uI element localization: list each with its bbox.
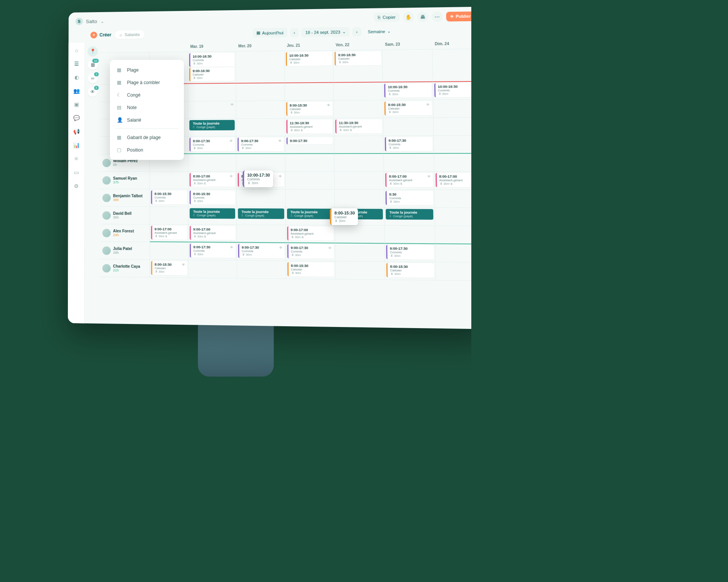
schedule-cell[interactable]: 8:00-17:00Assistant-gérant⏸ 30m $👁 — [434, 172, 471, 190]
schedule-cell[interactable]: 8:00-15:30Caissier⏸ 30m — [385, 262, 436, 280]
shift-card[interactable]: Toute la journée☾ Congé (payé) — [287, 208, 333, 219]
shift-card[interactable]: Toute la journée☾ Congé (payé) — [238, 208, 284, 219]
schedule-cell[interactable]: 8:00-15:30Caissier⏸ 30m👁 — [383, 100, 433, 118]
schedule-cell[interactable] — [335, 189, 384, 208]
schedule-cell[interactable] — [334, 100, 383, 119]
shift-card[interactable]: 10:00-16:30Commis⏸ 30m — [189, 53, 235, 67]
schedule-cell[interactable]: 8:00-17:00Assistant-gérant⏸ 30m $👁 — [188, 172, 237, 189]
schedule-cell[interactable] — [435, 190, 471, 208]
schedule-cell[interactable]: 9:00-17:30Commis⏸ 30m👁 — [237, 243, 286, 261]
shift-card[interactable]: 8:00-15:30Caissier⏸ 30m👁 — [384, 101, 432, 116]
menu-item-3[interactable]: ▤Note — [110, 101, 184, 114]
shift-card[interactable]: Toute la journée☾ Congé (payé) — [190, 208, 235, 219]
schedule-cell[interactable] — [334, 154, 384, 172]
schedule-cell[interactable] — [236, 101, 285, 119]
shift-card[interactable]: 5:30Commis⏸ 30m — [386, 191, 433, 205]
schedule-cell[interactable] — [150, 172, 188, 189]
schedule-cell[interactable]: 9:00-17:30Commis⏸ 30m👁 — [286, 243, 336, 261]
schedule-cell[interactable] — [435, 262, 471, 281]
menu-item-2[interactable]: ☾Congé — [110, 89, 184, 101]
shift-card[interactable]: 11:30-19:30Assistant-gérant⏸ 30m $ — [286, 119, 333, 133]
next-button[interactable]: › — [352, 27, 361, 36]
schedule-cell[interactable]: 10:00-16:30Caissier⏸ 30m — [284, 50, 334, 83]
shift-card[interactable]: Toute la journée☾ Congé (payé) — [386, 209, 433, 219]
nav-people-icon[interactable]: 👥 — [73, 87, 80, 95]
nav-card-icon[interactable]: ▭ — [72, 169, 80, 176]
schedule-cell[interactable] — [335, 225, 385, 244]
schedule-cell[interactable] — [188, 154, 237, 172]
nav-home-icon[interactable]: ⌂ — [73, 47, 80, 54]
schedule-cell[interactable] — [150, 207, 188, 225]
shift-card[interactable]: 8:00-15:30Caissier⏸ 30m — [386, 263, 434, 278]
shift-card[interactable]: 10:00-16:30Commis⏸ 30m — [434, 83, 471, 97]
schedule-cell[interactable] — [237, 154, 286, 172]
schedule-cell[interactable] — [434, 154, 471, 172]
schedule-cell[interactable]: 10:00-16:30Commis⏸ 30m — [433, 82, 471, 100]
shift-card[interactable]: 10:00-16:30Caissier⏸ 30m — [286, 52, 332, 66]
schedule-cell[interactable] — [286, 172, 335, 189]
schedule-cell[interactable] — [285, 154, 334, 172]
schedule-cell[interactable]: 8:00-15:30Commis⏸ 30m — [150, 189, 188, 207]
menu-item-1[interactable]: ▦Plage à combler — [110, 76, 184, 89]
schedule-cell[interactable] — [435, 208, 471, 226]
shift-card[interactable]: 8:00-17:00Assistant-gérant⏸ 30m $👁 — [190, 173, 235, 187]
schedule-cell[interactable] — [435, 226, 471, 244]
shift-card[interactable]: 9:00-17:30Commis⏸ 30m — [386, 245, 434, 259]
filter-clipboard[interactable]: ▦10 — [88, 60, 97, 70]
nav-time-icon[interactable]: ◐ — [73, 74, 80, 81]
schedule-cell[interactable] — [237, 189, 286, 207]
schedule-cell[interactable]: 9:00-17:30Commis⏸ 30m👁 — [188, 136, 236, 154]
shift-card[interactable]: Toute la journée☾ Congé (payé) — [189, 120, 235, 130]
schedule-cell[interactable]: Toute la journée☾ Congé (payé) — [384, 208, 435, 226]
schedule-cell[interactable] — [150, 242, 188, 260]
schedule-cell[interactable]: 9:00-17:30 — [285, 136, 334, 154]
shift-card[interactable]: 9:00-17:30Commis⏸ 30m👁 — [238, 138, 284, 152]
schedule-cell[interactable]: 8:00-17:00Assistant-gérant⏸ 30m $👁 — [384, 172, 435, 190]
nav-settings-icon[interactable]: ⚙ — [72, 182, 80, 190]
schedule-cell[interactable] — [286, 189, 335, 208]
schedule-cell[interactable] — [385, 226, 435, 244]
schedule-cell[interactable]: 10:00-16:30Commis⏸ 30m9:00-16:30Caissier… — [188, 52, 236, 84]
prev-button[interactable]: ‹ — [290, 28, 299, 37]
shift-card[interactable]: 8:00-15:30Caissier⏸ 30m👁 — [286, 102, 332, 116]
publish-button[interactable]: ✈Publier — [446, 11, 471, 22]
schedule-cell[interactable] — [433, 100, 471, 118]
search-input[interactable]: ⌕ Salariés — [115, 30, 144, 39]
schedule-cell[interactable]: 9:00-17:30Commis⏸ 30m👁 — [188, 242, 237, 261]
schedule-cell[interactable]: Toute la journée☾ Congé (payé) — [286, 207, 335, 225]
schedule-cell[interactable]: 9:00-17:30Commis⏸ 30m — [385, 244, 435, 262]
schedule-cell[interactable]: 9:00-17:30Commis⏸ 30m👁 — [237, 136, 286, 154]
schedule-cell[interactable] — [188, 84, 236, 102]
schedule-cell[interactable]: 5:30Commis⏸ 30m — [384, 190, 435, 208]
menu-item2-1[interactable]: ▢Position — [110, 144, 184, 156]
nav-announce-icon[interactable]: 📢 — [73, 128, 80, 135]
schedule-cell[interactable] — [237, 225, 286, 243]
shift-card[interactable]: 9:00-17:00Assistant-gérant⏸ 30m $ — [287, 226, 334, 241]
shift-card[interactable]: 9:00-17:30Commis⏸ 30m — [385, 137, 432, 151]
shift-card[interactable]: 11:30-19:30Assistant-gérant⏸ 30m $ — [335, 119, 382, 133]
hand-button[interactable]: ✋ — [403, 11, 414, 22]
schedule-cell[interactable] — [237, 261, 286, 279]
shift-card[interactable]: 8:00-17:00Assistant-gérant⏸ 30m $👁 — [385, 173, 433, 187]
schedule-cell[interactable] — [435, 244, 471, 263]
nav-tasks-icon[interactable]: ▣ — [73, 100, 80, 108]
shift-card[interactable]: 10:00-16:30Commis⏸ 30m — [384, 83, 431, 98]
nav-chat-icon[interactable]: 💬 — [73, 114, 80, 122]
shift-card[interactable]: 9:00-17:30Commis⏸ 30m👁 — [238, 244, 284, 258]
schedule-cell[interactable] — [336, 261, 386, 280]
schedule-cell[interactable] — [335, 243, 385, 262]
schedule-cell[interactable] — [285, 83, 334, 101]
schedule-cell[interactable] — [236, 51, 284, 84]
shift-card[interactable]: 8:00-15:30Caissier⏸ 30m👁 — [151, 261, 187, 275]
schedule-cell[interactable]: 9:00-16:30Caissier⏸ 30m — [333, 50, 383, 83]
shift-card[interactable]: 8:00-15:30Commis⏸ 30m — [190, 191, 235, 205]
schedule-cell[interactable] — [188, 260, 237, 278]
menu-item-0[interactable]: ▦Plage — [110, 64, 184, 76]
shift-card[interactable]: 9:00-17:00Assistant-gérant⏸ 30m $ — [190, 226, 235, 240]
schedule-cell[interactable]: 9:00-17:00Assistant-gérant⏸ 30m $ — [188, 225, 237, 243]
shift-card[interactable]: 8:00-17:00Assistant-gérant⏸ 30m $👁 — [435, 173, 471, 187]
schedule-cell[interactable]: Toute la journée☾ Congé (payé) — [188, 207, 237, 225]
schedule-cell[interactable] — [334, 83, 383, 101]
date-range[interactable]: 18 - 24 sept. 2023 ⌄ — [301, 27, 350, 37]
schedule-cell[interactable] — [434, 136, 471, 154]
